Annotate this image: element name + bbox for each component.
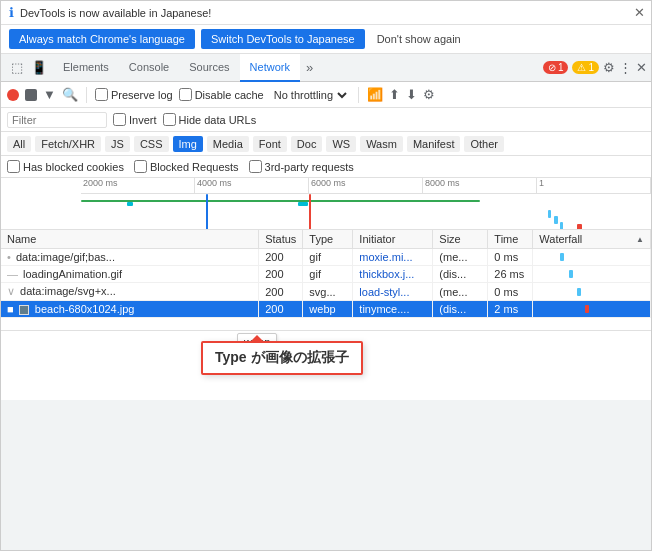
tab-console[interactable]: Console (119, 54, 179, 82)
blocked-requests-input[interactable] (134, 160, 147, 173)
cell-name: — loadingAnimation.gif (1, 266, 259, 283)
record-button[interactable] (7, 89, 19, 101)
separator-2 (358, 87, 359, 103)
table-row[interactable]: ■ beach-680x1024.jpg 200webptinymce....(… (1, 301, 651, 318)
close-infobar-button[interactable]: ✕ (634, 5, 645, 20)
filter-img[interactable]: Img (173, 136, 203, 152)
row-prefix: • (7, 251, 11, 263)
cell-time: 0 ms (488, 283, 533, 301)
device-icon[interactable]: 📱 (29, 58, 49, 77)
ruler-mark-2000: 2000 ms (81, 178, 195, 193)
preserve-log-checkbox[interactable]: Preserve log (95, 88, 173, 101)
blocked-cookies-checkbox[interactable]: Has blocked cookies (7, 160, 124, 173)
th-initiator[interactable]: Initiator (353, 230, 433, 249)
cell-time: 2 ms (488, 301, 533, 318)
cell-type: gif (303, 249, 353, 266)
cell-status: 200 (259, 283, 303, 301)
filter-all[interactable]: All (7, 136, 31, 152)
th-type[interactable]: Type (303, 230, 353, 249)
settings-icon[interactable]: ⚙ (603, 60, 615, 75)
filter-icon[interactable]: ▼ (43, 87, 56, 102)
filter-font[interactable]: Font (253, 136, 287, 152)
download-icon[interactable]: ⬇ (406, 87, 417, 102)
upload-icon[interactable]: ⬆ (389, 87, 400, 102)
filter-ws[interactable]: WS (326, 136, 356, 152)
tab-network[interactable]: Network (240, 54, 300, 82)
waterfall-bar (577, 288, 581, 296)
ruler-mark-4000: 4000 ms (195, 178, 309, 193)
waterfall-bar (569, 270, 573, 278)
table-row[interactable]: ∨ data:image/svg+x... 200svg...load-styl… (1, 283, 651, 301)
annotation-area: webp Type が画像の拡張子 (1, 330, 651, 400)
cell-waterfall (533, 301, 651, 318)
cell-name: ∨ data:image/svg+x... (1, 283, 259, 301)
filter-css[interactable]: CSS (134, 136, 169, 152)
dont-show-button[interactable]: Don't show again (371, 29, 467, 49)
timeline-ruler: 2000 ms 4000 ms 6000 ms 8000 ms 1 (81, 178, 651, 194)
blocked-requests-checkbox[interactable]: Blocked Requests (134, 160, 239, 173)
match-language-button[interactable]: Always match Chrome's language (9, 29, 195, 49)
tab-sources[interactable]: Sources (179, 54, 239, 82)
network-table: Name Status Type Initiator Size Time (1, 230, 651, 318)
tab-elements[interactable]: Elements (53, 54, 119, 82)
th-name[interactable]: Name (1, 230, 259, 249)
invert-checkbox[interactable]: Invert (113, 113, 157, 126)
info-icon: ℹ (9, 5, 14, 20)
cell-type: svg... (303, 283, 353, 301)
waterfall-lines (81, 194, 651, 229)
ruler-mark-end: 1 (537, 178, 651, 193)
cell-size: (dis... (433, 301, 488, 318)
filter-other[interactable]: Other (464, 136, 504, 152)
tab-bar: ⬚ 📱 Elements Console Sources Network » ⊘… (1, 54, 651, 82)
blocked-cookies-input[interactable] (7, 160, 20, 173)
filter-manifest[interactable]: Manifest (407, 136, 461, 152)
more-options-icon[interactable]: ⋮ (619, 60, 632, 75)
waterfall-bar (560, 253, 564, 261)
cell-type: gif (303, 266, 353, 283)
close-devtools-icon[interactable]: ✕ (636, 60, 647, 75)
disable-cache-checkbox[interactable]: Disable cache (179, 88, 264, 101)
hide-data-urls-input[interactable] (163, 113, 176, 126)
cell-time: 26 ms (488, 266, 533, 283)
filter-fetchxhr[interactable]: Fetch/XHR (35, 136, 101, 152)
switch-language-button[interactable]: Switch DevTools to Japanese (201, 29, 365, 49)
wf-row2 (554, 216, 558, 224)
table-row[interactable]: • data:image/gif;bas... 200gifmoxie.mi..… (1, 249, 651, 266)
info-message: DevTools is now available in Japanese! (20, 7, 211, 19)
cell-status: 200 (259, 301, 303, 318)
ruler-mark-8000: 8000 ms (423, 178, 537, 193)
stop-button[interactable] (25, 89, 37, 101)
tooltip-box: Type が画像の拡張子 (201, 341, 363, 375)
th-time[interactable]: Time (488, 230, 533, 249)
filter-doc[interactable]: Doc (291, 136, 323, 152)
filter-media[interactable]: Media (207, 136, 249, 152)
filter-bar: Invert Hide data URLs (1, 108, 651, 132)
wf-red-line (309, 194, 311, 230)
table-row[interactable]: — loadingAnimation.gif 200gifthickbox.j.… (1, 266, 651, 283)
search-icon[interactable]: 🔍 (62, 87, 78, 102)
th-waterfall[interactable]: Waterfall ▲ (533, 230, 651, 249)
inspect-icon[interactable]: ⬚ (9, 58, 25, 77)
third-party-checkbox[interactable]: 3rd-party requests (249, 160, 354, 173)
cell-initiator: load-styl... (353, 283, 433, 301)
tab-more-button[interactable]: » (300, 60, 319, 75)
th-status[interactable]: Status (259, 230, 303, 249)
throttling-select[interactable]: No throttling (270, 88, 350, 102)
th-size[interactable]: Size (433, 230, 488, 249)
lang-bar: Always match Chrome's language Switch De… (1, 25, 651, 54)
hide-data-urls-checkbox[interactable]: Hide data URLs (163, 113, 257, 126)
cell-name: ■ beach-680x1024.jpg (1, 301, 259, 318)
filter-wasm[interactable]: Wasm (360, 136, 403, 152)
filter-js[interactable]: JS (105, 136, 130, 152)
network-table-container: Name Status Type Initiator Size Time (1, 230, 651, 330)
third-party-input[interactable] (249, 160, 262, 173)
cell-initiator: thickbox.j... (353, 266, 433, 283)
filter-input[interactable] (7, 112, 107, 128)
tooltip-arrow (249, 335, 265, 343)
preserve-log-input[interactable] (95, 88, 108, 101)
disable-cache-input[interactable] (179, 88, 192, 101)
cell-size: (me... (433, 283, 488, 301)
invert-input[interactable] (113, 113, 126, 126)
cell-status: 200 (259, 249, 303, 266)
settings2-icon[interactable]: ⚙ (423, 87, 435, 102)
